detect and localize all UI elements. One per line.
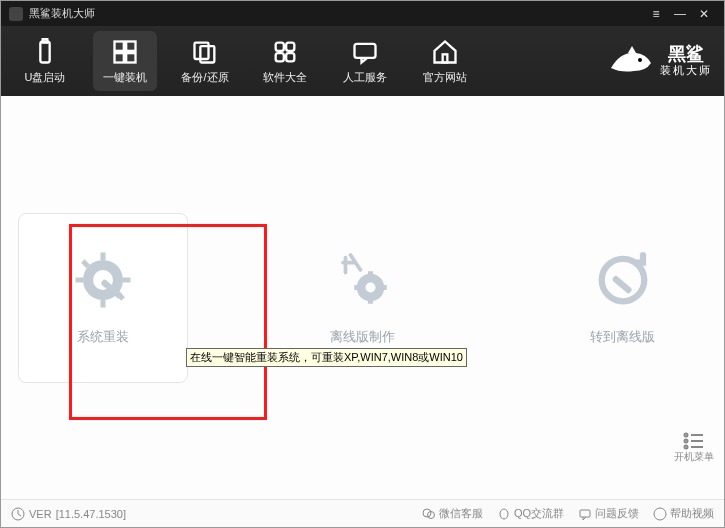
svg-rect-2 [115, 41, 124, 50]
card-label: 转到离线版 [590, 328, 655, 346]
feedback[interactable]: 问题反馈 [578, 506, 639, 521]
svg-rect-10 [276, 53, 284, 61]
nav-label: 一键装机 [103, 70, 147, 85]
svg-rect-43 [580, 510, 590, 517]
card-system-reinstall[interactable]: 系统重装 [18, 213, 188, 383]
wechat-icon [422, 507, 436, 521]
version-number: [11.5.47.1530] [56, 508, 126, 520]
startup-menu-label: 开机菜单 [674, 450, 714, 464]
svg-point-40 [423, 509, 431, 517]
list-icon [683, 432, 705, 450]
svg-point-17 [638, 58, 642, 62]
svg-rect-16 [443, 54, 448, 62]
tooltip: 在线一键智能重装系统，可重装XP,WIN7,WIN8或WIN10 [186, 348, 467, 367]
svg-rect-8 [276, 42, 284, 50]
brand-sub: 装机大师 [660, 63, 712, 78]
svg-rect-28 [368, 297, 373, 303]
feedback-icon [578, 507, 592, 521]
status-label: 问题反馈 [595, 506, 639, 521]
windows-icon [111, 38, 139, 66]
svg-rect-4 [115, 53, 124, 62]
backup-icon [191, 38, 219, 66]
qq-icon [497, 507, 511, 521]
svg-point-33 [685, 434, 688, 437]
svg-rect-18 [100, 252, 105, 260]
svg-rect-21 [123, 277, 131, 282]
svg-rect-11 [286, 53, 294, 61]
nav-label: 软件大全 [263, 70, 307, 85]
minimize-button[interactable]: — [668, 7, 692, 21]
svg-point-42 [500, 509, 508, 519]
help-icon: ? [653, 507, 667, 521]
nav-software[interactable]: 软件大全 [253, 31, 317, 91]
svg-rect-5 [126, 53, 135, 62]
card-label: 系统重装 [77, 328, 129, 346]
brand-logo: 黑鲨 装机大师 [606, 43, 712, 79]
svg-point-35 [685, 440, 688, 443]
nav-usb-boot[interactable]: U盘启动 [13, 31, 77, 91]
card-label: 离线版制作 [330, 328, 395, 346]
svg-rect-0 [40, 41, 49, 62]
svg-rect-3 [126, 41, 135, 50]
wechat-support[interactable]: 微信客服 [422, 506, 483, 521]
svg-text:?: ? [657, 509, 662, 519]
nav-one-click-install[interactable]: 一键装机 [93, 31, 157, 91]
svg-rect-9 [286, 42, 294, 50]
nav-support[interactable]: 人工服务 [333, 31, 397, 91]
close-button[interactable]: ✕ [692, 7, 716, 21]
help-video[interactable]: ? 帮助视频 [653, 506, 714, 521]
svg-rect-27 [368, 271, 373, 277]
toolbar: U盘启动 一键装机 备份/还原 软件大全 人工服务 [1, 26, 724, 96]
svg-point-26 [365, 282, 375, 292]
nav-label: U盘启动 [25, 70, 66, 85]
statusbar: VER[11.5.47.1530] 微信客服 QQ交流群 问题反馈 ? 帮助视频 [1, 499, 724, 527]
nav-backup-restore[interactable]: 备份/还原 [173, 31, 237, 91]
brand-name: 黑鲨 [660, 45, 712, 63]
version-info[interactable]: VER[11.5.47.1530] [11, 507, 126, 521]
startup-menu-button[interactable]: 开机菜单 [674, 432, 714, 464]
chat-icon [351, 38, 379, 66]
switch-icon [593, 250, 653, 310]
svg-rect-29 [354, 285, 360, 290]
nav-label: 人工服务 [343, 70, 387, 85]
titlebar: 黑鲨装机大师 ≡ — ✕ [1, 1, 724, 26]
window-title: 黑鲨装机大师 [29, 6, 95, 21]
nav-label: 备份/还原 [181, 70, 228, 85]
svg-rect-32 [611, 275, 632, 294]
status-label: QQ交流群 [514, 506, 564, 521]
svg-rect-20 [75, 277, 83, 282]
shark-icon [606, 43, 654, 79]
card-to-offline[interactable]: 转到离线版 [538, 213, 708, 383]
nav-label: 官方网站 [423, 70, 467, 85]
app-icon [9, 7, 23, 21]
status-label: 帮助视频 [670, 506, 714, 521]
app-window: 黑鲨装机大师 ≡ — ✕ U盘启动 一键装机 备份/还原 [0, 0, 725, 528]
svg-point-37 [685, 446, 688, 449]
menu-button[interactable]: ≡ [644, 7, 668, 21]
nav-website[interactable]: 官方网站 [413, 31, 477, 91]
content-area: 系统重装 离线版制作 转到离线版 [1, 96, 724, 499]
svg-rect-30 [380, 285, 386, 290]
status-label: 微信客服 [439, 506, 483, 521]
version-prefix: VER [29, 508, 52, 520]
qq-group[interactable]: QQ交流群 [497, 506, 564, 521]
svg-rect-19 [100, 300, 105, 308]
usb-icon [31, 38, 59, 66]
refresh-icon [11, 507, 25, 521]
home-icon [431, 38, 459, 66]
apps-icon [271, 38, 299, 66]
svg-rect-12 [355, 43, 376, 57]
offline-gear-icon [333, 250, 393, 310]
gear-wrench-icon [73, 250, 133, 310]
